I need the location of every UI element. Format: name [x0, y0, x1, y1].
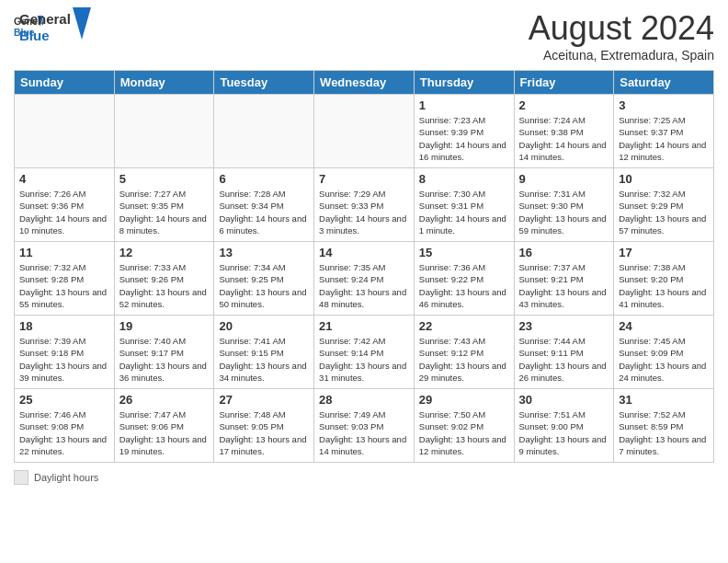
day-number: 7	[319, 172, 409, 186]
day-info: Sunrise: 7:50 AM Sunset: 9:02 PM Dayligh…	[419, 408, 509, 457]
day-number: 2	[519, 98, 609, 112]
day-info: Sunrise: 7:31 AM Sunset: 9:30 PM Dayligh…	[519, 188, 609, 236]
day-info: Sunrise: 7:47 AM Sunset: 9:06 PM Dayligh…	[119, 408, 210, 457]
calendar-cell	[214, 95, 314, 168]
day-number: 17	[619, 246, 709, 259]
calendar-cell: 19Sunrise: 7:40 AM Sunset: 9:17 PM Dayli…	[114, 316, 214, 389]
week-row-3: 11Sunrise: 7:32 AM Sunset: 9:28 PM Dayli…	[15, 242, 714, 316]
weekday-tuesday: Tuesday	[214, 71, 314, 95]
day-info: Sunrise: 7:35 AM Sunset: 9:24 PM Dayligh…	[319, 261, 409, 310]
day-info: Sunrise: 7:49 AM Sunset: 9:03 PM Dayligh…	[319, 408, 409, 457]
calendar-cell: 12Sunrise: 7:33 AM Sunset: 9:26 PM Dayli…	[114, 242, 214, 316]
day-info: Sunrise: 7:28 AM Sunset: 9:34 PM Dayligh…	[219, 188, 309, 236]
day-info: Sunrise: 7:33 AM Sunset: 9:26 PM Dayligh…	[119, 261, 210, 310]
day-number: 31	[619, 393, 709, 407]
logo-general: General	[19, 11, 71, 28]
day-number: 4	[19, 172, 109, 186]
day-number: 1	[419, 98, 509, 112]
day-info: Sunrise: 7:36 AM Sunset: 9:22 PM Dayligh…	[419, 261, 509, 310]
calendar-cell: 10Sunrise: 7:32 AM Sunset: 9:29 PM Dayli…	[614, 168, 714, 242]
day-info: Sunrise: 7:34 AM Sunset: 9:25 PM Dayligh…	[219, 261, 309, 310]
day-number: 6	[219, 172, 309, 186]
weekday-header-row: SundayMondayTuesdayWednesdayThursdayFrid…	[15, 71, 714, 95]
day-number: 23	[519, 319, 609, 333]
day-info: Sunrise: 7:26 AM Sunset: 9:36 PM Dayligh…	[19, 188, 109, 236]
logo-triangle-icon	[73, 7, 91, 40]
week-row-4: 18Sunrise: 7:39 AM Sunset: 9:18 PM Dayli…	[15, 316, 714, 389]
day-number: 3	[619, 98, 709, 112]
calendar-cell	[114, 95, 214, 168]
day-number: 10	[619, 172, 709, 186]
calendar-cell: 9Sunrise: 7:31 AM Sunset: 9:30 PM Daylig…	[514, 168, 614, 242]
header: General Blue General Blue August 2024 Ac…	[14, 9, 714, 63]
weekday-wednesday: Wednesday	[314, 71, 415, 95]
day-number: 12	[119, 246, 210, 259]
day-number: 22	[419, 319, 509, 333]
day-number: 20	[219, 319, 309, 333]
weekday-thursday: Thursday	[414, 71, 514, 95]
day-number: 25	[19, 393, 109, 407]
day-number: 18	[19, 319, 109, 333]
calendar-cell: 1Sunrise: 7:23 AM Sunset: 9:39 PM Daylig…	[414, 95, 514, 168]
calendar-table: SundayMondayTuesdayWednesdayThursdayFrid…	[14, 70, 714, 463]
calendar-cell: 27Sunrise: 7:48 AM Sunset: 9:05 PM Dayli…	[214, 389, 314, 463]
day-number: 26	[119, 393, 210, 407]
day-info: Sunrise: 7:43 AM Sunset: 9:12 PM Dayligh…	[419, 335, 509, 384]
day-info: Sunrise: 7:41 AM Sunset: 9:15 PM Dayligh…	[219, 335, 309, 384]
calendar-cell: 8Sunrise: 7:30 AM Sunset: 9:31 PM Daylig…	[414, 168, 514, 242]
calendar-cell: 3Sunrise: 7:25 AM Sunset: 9:37 PM Daylig…	[614, 95, 714, 168]
calendar-cell: 11Sunrise: 7:32 AM Sunset: 9:28 PM Dayli…	[15, 242, 115, 316]
svg-marker-3	[73, 7, 91, 40]
day-number: 13	[219, 246, 309, 259]
calendar-cell: 31Sunrise: 7:52 AM Sunset: 8:59 PM Dayli…	[614, 389, 714, 463]
day-number: 16	[519, 246, 609, 259]
calendar-cell: 26Sunrise: 7:47 AM Sunset: 9:06 PM Dayli…	[114, 389, 214, 463]
day-number: 5	[119, 172, 210, 186]
day-number: 21	[319, 319, 409, 333]
day-info: Sunrise: 7:38 AM Sunset: 9:20 PM Dayligh…	[619, 261, 709, 310]
calendar-cell: 7Sunrise: 7:29 AM Sunset: 9:33 PM Daylig…	[314, 168, 415, 242]
calendar-cell: 23Sunrise: 7:44 AM Sunset: 9:11 PM Dayli…	[514, 316, 614, 389]
footer-note: Daylight hours	[14, 470, 714, 485]
calendar-cell	[314, 95, 415, 168]
calendar-cell: 6Sunrise: 7:28 AM Sunset: 9:34 PM Daylig…	[214, 168, 314, 242]
day-number: 28	[319, 393, 409, 407]
day-info: Sunrise: 7:30 AM Sunset: 9:31 PM Dayligh…	[419, 188, 509, 236]
daylight-label: Daylight hours	[34, 472, 98, 483]
day-info: Sunrise: 7:42 AM Sunset: 9:14 PM Dayligh…	[319, 335, 409, 384]
day-info: Sunrise: 7:27 AM Sunset: 9:35 PM Dayligh…	[119, 188, 210, 236]
calendar-cell: 22Sunrise: 7:43 AM Sunset: 9:12 PM Dayli…	[414, 316, 514, 389]
calendar-cell: 24Sunrise: 7:45 AM Sunset: 9:09 PM Dayli…	[614, 316, 714, 389]
week-row-2: 4Sunrise: 7:26 AM Sunset: 9:36 PM Daylig…	[15, 168, 714, 242]
day-number: 14	[319, 246, 409, 259]
logo: General Blue General Blue	[14, 9, 91, 44]
day-info: Sunrise: 7:32 AM Sunset: 9:28 PM Dayligh…	[19, 261, 109, 310]
week-row-1: 1Sunrise: 7:23 AM Sunset: 9:39 PM Daylig…	[15, 95, 714, 168]
week-row-5: 25Sunrise: 7:46 AM Sunset: 9:08 PM Dayli…	[15, 389, 714, 463]
calendar-cell: 21Sunrise: 7:42 AM Sunset: 9:14 PM Dayli…	[314, 316, 415, 389]
day-number: 19	[119, 319, 210, 333]
day-number: 9	[519, 172, 609, 186]
day-info: Sunrise: 7:29 AM Sunset: 9:33 PM Dayligh…	[319, 188, 409, 236]
calendar-cell: 30Sunrise: 7:51 AM Sunset: 9:00 PM Dayli…	[514, 389, 614, 463]
calendar-cell: 29Sunrise: 7:50 AM Sunset: 9:02 PM Dayli…	[414, 389, 514, 463]
calendar-cell: 15Sunrise: 7:36 AM Sunset: 9:22 PM Dayli…	[414, 242, 514, 316]
day-number: 30	[519, 393, 609, 407]
day-info: Sunrise: 7:37 AM Sunset: 9:21 PM Dayligh…	[519, 261, 609, 310]
day-info: Sunrise: 7:23 AM Sunset: 9:39 PM Dayligh…	[419, 114, 509, 163]
day-info: Sunrise: 7:44 AM Sunset: 9:11 PM Dayligh…	[519, 335, 609, 384]
calendar-cell: 14Sunrise: 7:35 AM Sunset: 9:24 PM Dayli…	[314, 242, 415, 316]
calendar-cell: 17Sunrise: 7:38 AM Sunset: 9:20 PM Dayli…	[614, 242, 714, 316]
day-info: Sunrise: 7:45 AM Sunset: 9:09 PM Dayligh…	[619, 335, 709, 384]
day-info: Sunrise: 7:46 AM Sunset: 9:08 PM Dayligh…	[19, 408, 109, 457]
calendar-cell: 18Sunrise: 7:39 AM Sunset: 9:18 PM Dayli…	[15, 316, 115, 389]
calendar-cell: 25Sunrise: 7:46 AM Sunset: 9:08 PM Dayli…	[15, 389, 115, 463]
calendar-cell: 16Sunrise: 7:37 AM Sunset: 9:21 PM Dayli…	[514, 242, 614, 316]
weekday-sunday: Sunday	[15, 71, 115, 95]
calendar-cell: 28Sunrise: 7:49 AM Sunset: 9:03 PM Dayli…	[314, 389, 415, 463]
day-info: Sunrise: 7:40 AM Sunset: 9:17 PM Dayligh…	[119, 335, 210, 384]
day-number: 24	[619, 319, 709, 333]
calendar-cell	[15, 95, 115, 168]
title-area: August 2024 Aceituna, Extremadura, Spain	[529, 9, 714, 63]
day-info: Sunrise: 7:24 AM Sunset: 9:38 PM Dayligh…	[519, 114, 609, 163]
